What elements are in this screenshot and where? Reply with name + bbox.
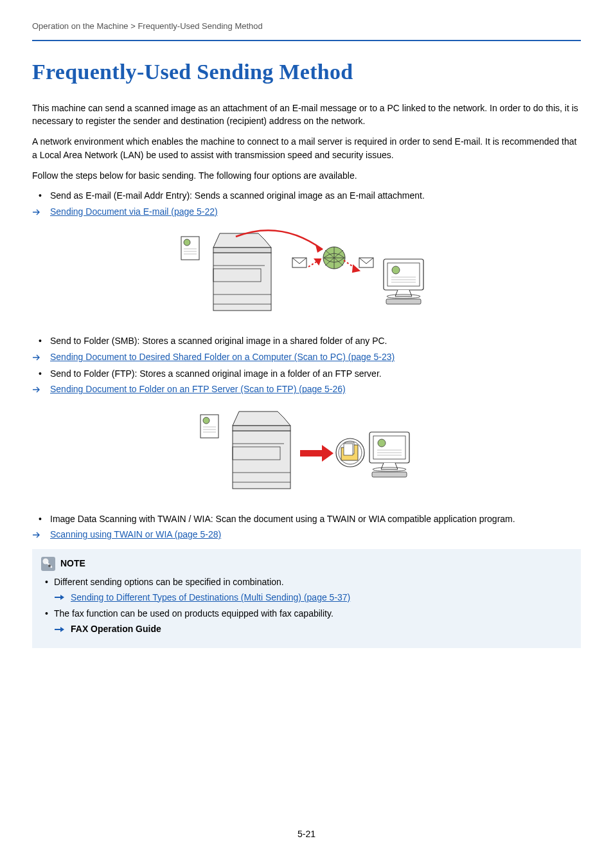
diagram-email-network: [178, 227, 435, 323]
svg-marker-58: [60, 627, 64, 632]
note-icon: [41, 557, 55, 571]
svg-point-1: [184, 239, 190, 246]
note-line-combination: Different sending options can be specifi…: [41, 576, 572, 589]
svg-rect-22: [387, 263, 420, 286]
intro-paragraph-2: A network environment which enables the …: [32, 135, 581, 161]
note-sublink-row: Sending to Different Types of Destinatio…: [54, 592, 572, 604]
intro-paragraph-3: Follow the steps below for basic sending…: [32, 169, 581, 182]
arrow-icon: [32, 385, 44, 394]
svg-point-48: [378, 439, 386, 447]
bullet-send-smb: Send to Folder (SMB): Stores a scanned o…: [32, 335, 581, 348]
bullet-twain-wia: Image Data Scanning with TWAIN / WIA: Sc…: [32, 513, 581, 526]
link-multi-sending[interactable]: Sending to Different Types of Destinatio…: [71, 592, 350, 604]
bullet-send-email: Send as E-mail (E-mail Addr Entry): Send…: [32, 190, 581, 203]
svg-marker-19: [353, 266, 359, 272]
link-twain-wia[interactable]: Scanning using TWAIN or WIA (page 5-28): [50, 529, 221, 541]
svg-rect-0: [181, 237, 199, 260]
bullet-send-ftp: Send to Folder (FTP): Stores a scanned o…: [32, 368, 581, 381]
link-row-smb: Sending Document to Desired Shared Folde…: [32, 351, 581, 364]
arrow-icon: [54, 593, 66, 602]
svg-rect-6: [213, 248, 271, 253]
fax-operation-guide: FAX Operation Guide: [71, 623, 161, 636]
link-sending-email[interactable]: Sending Document via E-mail (page 5-22): [50, 206, 218, 219]
arrow-icon: [54, 625, 66, 634]
svg-marker-57: [60, 595, 64, 600]
svg-point-56: [48, 565, 51, 567]
link-row-ftp: Sending Document to Folder on an FTP Ser…: [32, 383, 581, 396]
note-fax-row: FAX Operation Guide: [54, 623, 572, 636]
intro-paragraph-1: This machine can send a scanned image as…: [32, 102, 581, 128]
link-row-email: Sending Document via E-mail (page 5-22): [32, 206, 581, 219]
note-line-fax: The fax function can be used on products…: [41, 608, 572, 620]
svg-rect-53: [372, 472, 407, 477]
page-title: Frequently-Used Sending Method: [32, 57, 581, 87]
note-label: NOTE: [60, 557, 85, 570]
link-row-twain: Scanning using TWAIN or WIA (page 5-28): [32, 529, 581, 541]
link-scan-to-ftp[interactable]: Sending Document to Folder on an FTP Ser…: [50, 383, 346, 396]
svg-rect-35: [233, 426, 290, 431]
svg-rect-45: [344, 444, 353, 455]
diagram-direct-pc: [197, 405, 416, 502]
svg-rect-29: [200, 415, 218, 438]
link-scan-to-pc[interactable]: Sending Document to Desired Shared Folde…: [50, 351, 395, 364]
svg-point-23: [392, 266, 400, 274]
svg-point-30: [203, 417, 209, 424]
svg-rect-28: [386, 299, 421, 304]
arrow-icon: [32, 208, 44, 217]
svg-rect-40: [300, 450, 322, 457]
note-box: NOTE Different sending options can be sp…: [32, 549, 581, 648]
arrow-icon: [32, 530, 44, 539]
breadcrumb: Operation on the Machine > Frequently-Us…: [32, 21, 581, 41]
svg-rect-47: [373, 436, 405, 459]
svg-marker-41: [322, 445, 333, 462]
page-number: 5-21: [32, 828, 581, 841]
arrow-icon: [32, 353, 44, 362]
